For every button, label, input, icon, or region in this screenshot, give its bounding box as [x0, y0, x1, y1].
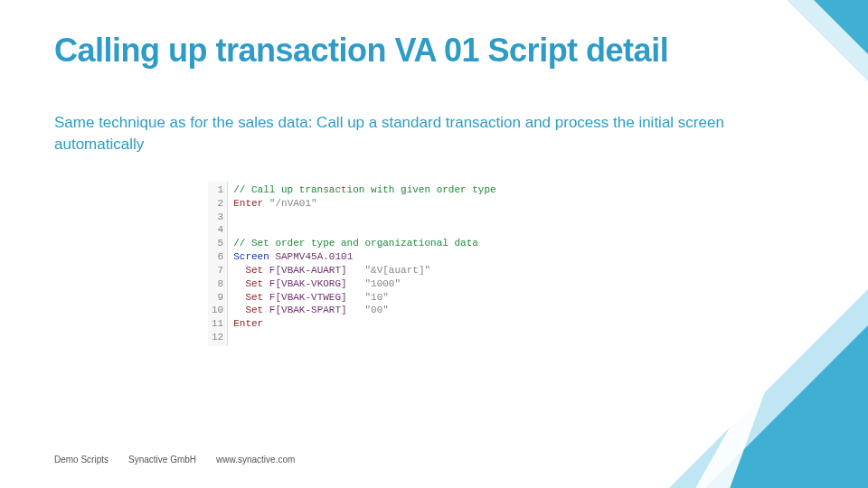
line-number: 10 [212, 304, 223, 317]
line-number: 2 [212, 197, 223, 211]
code-line [233, 223, 495, 237]
code-line: // Call up transaction with given order … [233, 183, 495, 197]
code-gutter: 123456789101112 [208, 182, 228, 346]
footer-right: www.synactive.com [216, 455, 295, 465]
line-number: 4 [212, 223, 223, 237]
line-number: 3 [212, 211, 223, 224]
slide: Calling up transaction VA 01 Script deta… [0, 0, 868, 488]
line-number: 8 [212, 277, 223, 291]
code-line: Set F[VBAK-AUART] "&V[auart]" [233, 264, 495, 277]
code-line: Enter "/nVA01" [233, 197, 495, 211]
code-line: Set F[VBAK-SPART] "00" [233, 304, 495, 317]
code-line [233, 331, 495, 344]
code-line: Screen SAPMV45A.0101 [233, 250, 495, 264]
line-number: 9 [212, 291, 223, 305]
line-number: 7 [212, 264, 223, 277]
footer: Demo Scripts Synactive GmbH www.synactiv… [54, 455, 295, 465]
decor-triangle [814, 0, 868, 54]
code-line [233, 211, 495, 224]
slide-title: Calling up transaction VA 01 Script deta… [54, 33, 814, 69]
line-number: 1 [212, 183, 223, 197]
footer-mid: Synactive GmbH [128, 455, 196, 465]
line-number: 6 [212, 250, 223, 264]
code-body: // Call up transaction with given order … [228, 182, 501, 346]
code-line: Set F[VBAK-VKORG] "1000" [233, 277, 495, 291]
line-number: 11 [212, 317, 223, 331]
line-number: 12 [212, 331, 223, 344]
code-line: // Set order type and organizational dat… [233, 237, 495, 250]
slide-subtitle: Same technique as for the sales data: Ca… [54, 112, 741, 156]
code-line: Enter [233, 317, 495, 331]
footer-left: Demo Scripts [54, 455, 108, 465]
code-line: Set F[VBAK-VTWEG] "10" [233, 291, 495, 305]
line-number: 5 [212, 237, 223, 250]
